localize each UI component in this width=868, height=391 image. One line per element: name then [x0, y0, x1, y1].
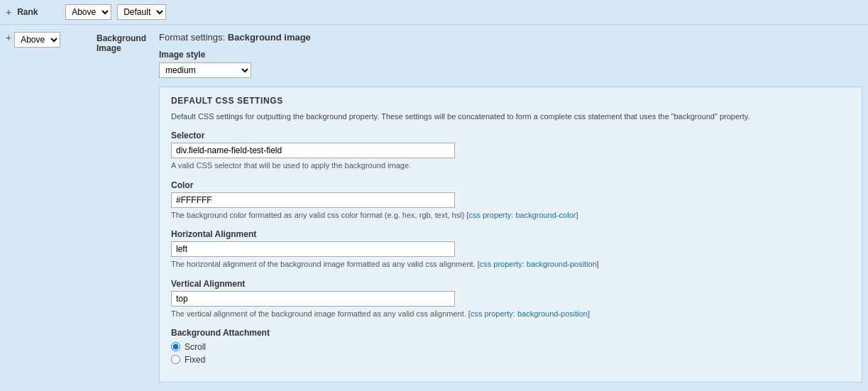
bg-image-label2: Image	[97, 43, 153, 53]
radio-scroll-label: Scroll	[185, 342, 206, 352]
image-style-section: Image style medium large thumbnail origi…	[159, 50, 862, 78]
h-help-before: The horizontal alignment of the backgrou…	[171, 260, 480, 268]
image-style-label: Image style	[159, 50, 862, 60]
color-help-before: The background color formatted as any va…	[171, 211, 468, 219]
rank-label: Rank	[17, 7, 60, 17]
format-settings-title: Background image	[228, 32, 311, 43]
default-select[interactable]: Default	[117, 4, 166, 20]
color-group: Color The background color formatted as …	[171, 180, 850, 221]
selector-group: Selector A valid CSS selector that will …	[171, 131, 850, 171]
color-help: The background color formatted as any va…	[171, 210, 850, 221]
content-panel: Format settings: Background image Image …	[159, 29, 862, 385]
second-row: + Above Below Background Image Format se…	[0, 25, 868, 390]
rank-plus-icon: +	[6, 6, 11, 18]
format-settings-header: Format settings: Background image	[159, 32, 862, 43]
color-input[interactable]	[171, 192, 455, 208]
radio-scroll-input[interactable]	[171, 342, 180, 351]
v-help-after: ]	[588, 309, 590, 318]
horizontal-alignment-input[interactable]	[171, 241, 455, 257]
color-help-after: ]	[576, 211, 578, 219]
horizontal-alignment-help: The horizontal alignment of the backgrou…	[171, 259, 850, 270]
selector-input[interactable]	[171, 143, 455, 158]
radio-scroll: Scroll	[171, 342, 850, 352]
bg-attachment-group: Background Attachment Scroll Fixed	[171, 328, 850, 365]
vertical-alignment-help: The vertical alignment of the background…	[171, 309, 850, 319]
selector-help: A valid CSS selector that will be used t…	[171, 160, 850, 171]
h-help-link[interactable]: css property: background-position	[480, 260, 597, 268]
color-label: Color	[171, 180, 850, 190]
image-style-select[interactable]: medium large thumbnail original	[159, 62, 251, 78]
bg-image-label: Background	[97, 33, 153, 43]
above-select[interactable]: Above Below	[14, 32, 60, 48]
rank-select[interactable]: Above Below	[65, 4, 111, 20]
selector-label: Selector	[171, 131, 850, 141]
bg-plus-icon: +	[6, 32, 11, 43]
h-help-after: ]	[597, 260, 599, 268]
color-help-link[interactable]: css property: background-color	[468, 211, 576, 219]
v-help-before: The vertical alignment of the background…	[171, 309, 471, 318]
top-row: + Rank Above Below Default	[0, 0, 868, 25]
horizontal-alignment-group: Horizontal Alignment The horizontal alig…	[171, 229, 850, 270]
radio-fixed-input[interactable]	[171, 355, 180, 364]
css-settings-title: DEFAULT CSS SETTINGS	[171, 96, 850, 106]
main-container: + Rank Above Below Default + Above Below…	[0, 0, 868, 391]
v-help-link[interactable]: css property: background-position	[471, 309, 588, 318]
bg-attachment-label: Background Attachment	[171, 328, 850, 338]
vertical-alignment-group: Vertical Alignment The vertical alignmen…	[171, 279, 850, 319]
radio-group: Scroll Fixed	[171, 342, 850, 365]
vertical-alignment-input[interactable]	[171, 291, 455, 307]
radio-fixed-label: Fixed	[185, 355, 205, 365]
vertical-alignment-label: Vertical Alignment	[171, 279, 850, 289]
css-settings-box: DEFAULT CSS SETTINGS Default CSS setting…	[159, 87, 862, 382]
radio-fixed: Fixed	[171, 355, 850, 365]
horizontal-alignment-label: Horizontal Alignment	[171, 229, 850, 239]
css-settings-desc: Default CSS settings for outputting the …	[171, 111, 850, 122]
